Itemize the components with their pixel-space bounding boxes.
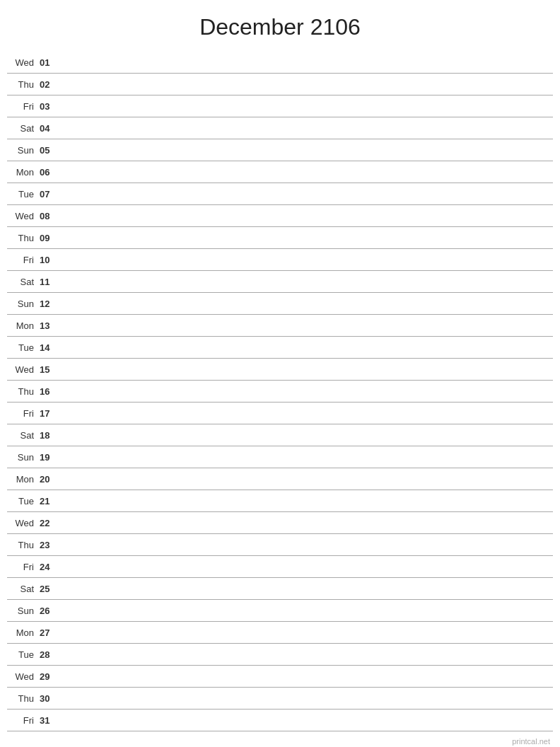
calendar-row: Wed15 <box>7 359 553 381</box>
day-line <box>57 303 553 304</box>
calendar-rows: Wed01Thu02Fri03Sat04Sun05Mon06Tue07Wed08… <box>7 52 553 731</box>
day-line <box>57 610 553 611</box>
day-name: Thu <box>7 233 37 243</box>
calendar-row: Tue21 <box>7 490 553 512</box>
day-name: Thu <box>7 79 37 90</box>
day-number: 14 <box>37 342 57 353</box>
day-name: Mon <box>7 627 37 638</box>
day-number: 27 <box>37 627 57 638</box>
calendar-row: Fri24 <box>7 556 553 578</box>
day-line <box>57 150 553 151</box>
day-name: Wed <box>7 364 37 375</box>
day-line <box>57 676 553 677</box>
day-name: Sun <box>7 145 37 156</box>
day-number: 09 <box>37 233 57 243</box>
day-name: Sat <box>7 430 37 441</box>
day-line <box>57 457 553 458</box>
day-line <box>57 347 553 348</box>
day-line <box>57 435 553 436</box>
day-name: Wed <box>7 518 37 528</box>
calendar-row: Wed29 <box>7 666 553 688</box>
day-name: Wed <box>7 57 37 68</box>
calendar-row: Sun26 <box>7 600 553 622</box>
day-name: Sat <box>7 584 37 594</box>
day-number: 04 <box>37 123 57 134</box>
day-number: 18 <box>37 430 57 441</box>
calendar-row: Fri31 <box>7 710 553 731</box>
watermark: printcal.net <box>512 737 550 746</box>
day-number: 23 <box>37 540 57 550</box>
day-name: Tue <box>7 342 37 353</box>
calendar-row: Wed08 <box>7 205 553 227</box>
calendar-row: Mon20 <box>7 468 553 490</box>
day-number: 02 <box>37 79 57 90</box>
day-number: 20 <box>37 474 57 485</box>
day-line <box>57 654 553 655</box>
day-number: 12 <box>37 299 57 309</box>
day-line <box>57 479 553 480</box>
day-number: 25 <box>37 584 57 594</box>
day-number: 15 <box>37 364 57 375</box>
day-name: Thu <box>7 386 37 397</box>
day-name: Mon <box>7 320 37 331</box>
calendar-page: December 2106 Wed01Thu02Fri03Sat04Sun05M… <box>0 0 560 747</box>
day-line <box>57 698 553 699</box>
day-line <box>57 413 553 414</box>
day-name: Tue <box>7 189 37 199</box>
day-line <box>57 62 553 63</box>
day-name: Sun <box>7 299 37 309</box>
day-line <box>57 194 553 195</box>
day-line <box>57 391 553 392</box>
day-name: Sat <box>7 123 37 134</box>
calendar-row: Sat11 <box>7 271 553 293</box>
day-number: 13 <box>37 320 57 331</box>
page-title: December 2106 <box>7 14 553 40</box>
day-number: 05 <box>37 145 57 156</box>
calendar-row: Tue28 <box>7 644 553 666</box>
day-line <box>57 523 553 523</box>
day-name: Fri <box>7 715 37 726</box>
day-line <box>57 545 553 545</box>
day-number: 21 <box>37 496 57 506</box>
day-number: 28 <box>37 649 57 660</box>
day-line <box>57 106 553 107</box>
day-line <box>57 84 553 85</box>
day-name: Fri <box>7 101 37 112</box>
day-name: Tue <box>7 496 37 506</box>
day-name: Thu <box>7 693 37 704</box>
day-number: 31 <box>37 715 57 726</box>
day-number: 08 <box>37 211 57 221</box>
day-name: Sun <box>7 452 37 463</box>
calendar-row: Tue07 <box>7 183 553 205</box>
calendar-row: Wed01 <box>7 52 553 74</box>
day-line <box>57 260 553 260</box>
calendar-row: Mon06 <box>7 161 553 183</box>
day-line <box>57 216 553 216</box>
day-name: Sat <box>7 277 37 287</box>
day-line <box>57 720 553 721</box>
calendar-row: Fri17 <box>7 403 553 424</box>
day-number: 16 <box>37 386 57 397</box>
day-line <box>57 632 553 633</box>
day-number: 30 <box>37 693 57 704</box>
calendar-row: Sat18 <box>7 424 553 446</box>
day-number: 19 <box>37 452 57 463</box>
day-number: 06 <box>37 167 57 178</box>
day-line <box>57 369 553 370</box>
calendar-row: Sat25 <box>7 578 553 600</box>
day-number: 26 <box>37 606 57 616</box>
day-name: Sun <box>7 606 37 616</box>
calendar-row: Wed22 <box>7 512 553 534</box>
day-number: 10 <box>37 255 57 265</box>
day-line <box>57 501 553 502</box>
calendar-row: Sat04 <box>7 117 553 139</box>
calendar-row: Fri03 <box>7 95 553 117</box>
day-line <box>57 172 553 173</box>
day-number: 07 <box>37 189 57 199</box>
calendar-row: Mon13 <box>7 315 553 337</box>
day-name: Fri <box>7 255 37 265</box>
day-number: 17 <box>37 408 57 419</box>
day-name: Thu <box>7 540 37 550</box>
day-name: Wed <box>7 211 37 221</box>
calendar-row: Thu23 <box>7 534 553 556</box>
